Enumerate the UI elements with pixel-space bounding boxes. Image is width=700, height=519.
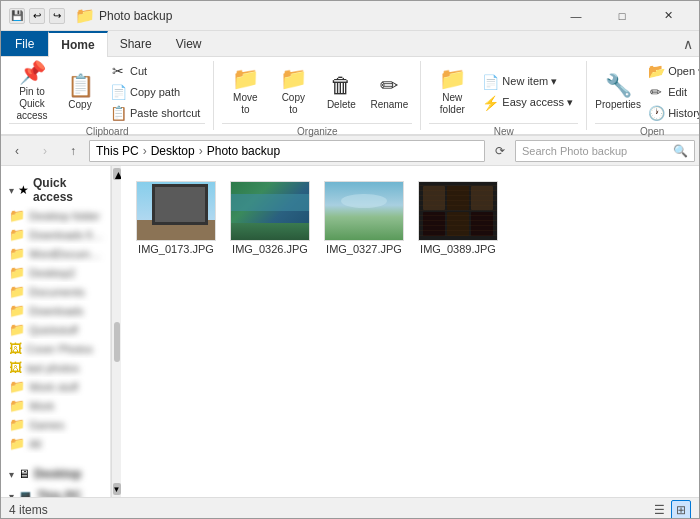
easy-access-button[interactable]: ⚡ Easy access ▾	[477, 93, 578, 113]
sidebar-item-b6[interactable]: 📁 Downloads	[1, 301, 110, 320]
rename-icon: ✏	[380, 75, 398, 97]
open-icon: 📂	[648, 63, 664, 79]
refresh-button[interactable]: ⟳	[489, 140, 511, 162]
content-area: IMG_0173.JPG IMG_0326.JPG IMG_0327.JPG	[121, 166, 699, 497]
copy-path-label: Copy path	[130, 86, 180, 98]
sidebar-item-b1[interactable]: 📁 Desktop folder	[1, 206, 110, 225]
clipboard-buttons: 📌 Pin to Quickaccess 📋 Copy ✂ Cut 📄 Copy…	[9, 63, 205, 121]
sidebar-item-b10[interactable]: 📁 Work stuff	[1, 377, 110, 396]
history-icon: 🕐	[648, 105, 664, 121]
undo-btn[interactable]: ↩	[29, 8, 45, 24]
history-label: History	[668, 107, 700, 119]
cut-button[interactable]: ✂ Cut	[105, 61, 205, 81]
copy-path-icon: 📄	[110, 84, 126, 100]
scroll-down[interactable]: ▼	[113, 483, 121, 495]
quick-access-chevron[interactable]: ▾	[9, 185, 14, 196]
new-item-button[interactable]: 📄 New item ▾	[477, 72, 578, 92]
sidebar-item-b7[interactable]: 📁 Quickstuff	[1, 320, 110, 339]
close-button[interactable]: ✕	[645, 1, 691, 31]
new-label: New	[429, 123, 578, 137]
sidebar-item-b2[interactable]: 📁 Downloads files	[1, 225, 110, 244]
sidebar: ▾ ★ Quick access 📁 Desktop folder 📁 Down…	[1, 166, 111, 497]
up-button[interactable]: ↑	[61, 139, 85, 163]
history-button[interactable]: 🕐 History	[643, 103, 700, 123]
pin-button[interactable]: 📌 Pin to Quickaccess	[9, 63, 55, 121]
sidebar-item-b4[interactable]: 📁 Desktop2	[1, 263, 110, 282]
forward-button[interactable]: ›	[33, 139, 57, 163]
sidebar-item-b12[interactable]: 📁 Games	[1, 415, 110, 434]
sidebar-item-b13[interactable]: 📁 All	[1, 434, 110, 453]
quick-access-toolbar[interactable]: 💾	[9, 8, 25, 24]
folder-icon: 📁	[9, 284, 25, 299]
new-small-buttons: 📄 New item ▾ ⚡ Easy access ▾	[477, 63, 578, 121]
edit-button[interactable]: ✏ Edit	[643, 82, 700, 102]
tab-file[interactable]: File	[1, 31, 48, 56]
folder-icon: 🖼	[9, 360, 22, 375]
folder-icon: 📁	[9, 417, 25, 432]
file-grid: IMG_0173.JPG IMG_0326.JPG IMG_0327.JPG	[131, 176, 689, 260]
details-view-button[interactable]: ☰	[649, 500, 669, 520]
sidebar-item-b5[interactable]: 📁 Documents	[1, 282, 110, 301]
open-small-buttons: 📂 Open ▾ ✏ Edit 🕐 History	[643, 63, 700, 121]
sidebar-item-b3[interactable]: 📁 WordDocuments	[1, 244, 110, 263]
folder-icon: 📁	[9, 303, 25, 318]
ribbon-content: 📌 Pin to Quickaccess 📋 Copy ✂ Cut 📄 Copy…	[1, 57, 699, 135]
copy-to-label: Copyto	[282, 92, 305, 116]
open-label: Open ▾	[668, 65, 700, 78]
scroll-thumb[interactable]	[114, 322, 120, 362]
open-button[interactable]: 📂 Open ▾	[643, 61, 700, 81]
path-photobackup[interactable]: Photo backup	[207, 144, 280, 158]
large-icons-view-button[interactable]: ⊞	[671, 500, 691, 520]
sidebar-item-b9[interactable]: 🖼 last photos	[1, 358, 110, 377]
open-group: 🔧 Properties 📂 Open ▾ ✏ Edit 🕐 History	[587, 61, 700, 130]
folder-icon: 📁	[9, 398, 25, 413]
file-item-img0327[interactable]: IMG_0327.JPG	[319, 176, 409, 260]
path-thispc[interactable]: This PC	[96, 144, 139, 158]
sidebar-scrollbar[interactable]: ▲ ▼	[111, 166, 121, 497]
rename-button[interactable]: ✏ Rename	[366, 63, 412, 121]
thispc-chevron[interactable]: ▾	[9, 491, 14, 498]
copy-to-icon: 📁	[280, 68, 307, 90]
search-box[interactable]: Search Photo backup 🔍	[515, 140, 695, 162]
move-to-button[interactable]: 📁 Moveto	[222, 63, 268, 121]
paste-shortcut-button[interactable]: 📋 Paste shortcut	[105, 103, 205, 123]
file-item-img0326[interactable]: IMG_0326.JPG	[225, 176, 315, 260]
new-folder-button[interactable]: 📁 Newfolder	[429, 63, 475, 121]
scroll-up[interactable]: ▲	[113, 168, 121, 180]
organize-buttons: 📁 Moveto 📁 Copyto 🗑 Delete ✏ Rename	[222, 63, 412, 121]
copy-to-button[interactable]: 📁 Copyto	[270, 63, 316, 121]
path-desktop[interactable]: Desktop	[151, 144, 195, 158]
minimize-button[interactable]: —	[553, 1, 599, 31]
tab-home[interactable]: Home	[48, 31, 107, 57]
copy-path-button[interactable]: 📄 Copy path	[105, 82, 205, 102]
move-label: Moveto	[233, 92, 257, 116]
file-item-img0173[interactable]: IMG_0173.JPG	[131, 176, 221, 260]
back-button[interactable]: ‹	[5, 139, 29, 163]
open-buttons: 🔧 Properties 📂 Open ▾ ✏ Edit 🕐 History	[595, 63, 700, 121]
address-path[interactable]: This PC › Desktop › Photo backup	[89, 140, 485, 162]
file-thumb-img0327	[324, 181, 404, 241]
file-name-img0389: IMG_0389.JPG	[420, 243, 496, 255]
paste-shortcut-label: Paste shortcut	[130, 107, 200, 119]
copy-button[interactable]: 📋 Copy	[57, 63, 103, 121]
cut-icon: ✂	[110, 63, 126, 79]
sidebar-item-b8[interactable]: 🖼 Cover Photos	[1, 339, 110, 358]
maximize-button[interactable]: □	[599, 1, 645, 31]
organize-label: Organize	[222, 123, 412, 137]
new-group: 📁 Newfolder 📄 New item ▾ ⚡ Easy access ▾…	[421, 61, 587, 130]
folder-icon: 📁	[9, 379, 25, 394]
delete-button[interactable]: 🗑 Delete	[318, 63, 364, 121]
properties-button[interactable]: 🔧 Properties	[595, 63, 641, 121]
ribbon: File Home Share View ∧ 📌 Pin to Quickacc…	[1, 31, 699, 136]
file-thumb-img0326	[230, 181, 310, 241]
desktop-chevron[interactable]: ▾	[9, 469, 14, 480]
tab-view[interactable]: View	[164, 31, 214, 56]
ribbon-collapse-btn[interactable]: ∧	[677, 31, 699, 56]
cut-label: Cut	[130, 65, 147, 77]
file-item-img0389[interactable]: IMG_0389.JPG	[413, 176, 503, 260]
redo-btn[interactable]: ↪	[49, 8, 65, 24]
sidebar-item-b11[interactable]: 📁 Work	[1, 396, 110, 415]
tab-share[interactable]: Share	[108, 31, 164, 56]
edit-icon: ✏	[648, 84, 664, 100]
window-title: Photo backup	[99, 9, 172, 23]
